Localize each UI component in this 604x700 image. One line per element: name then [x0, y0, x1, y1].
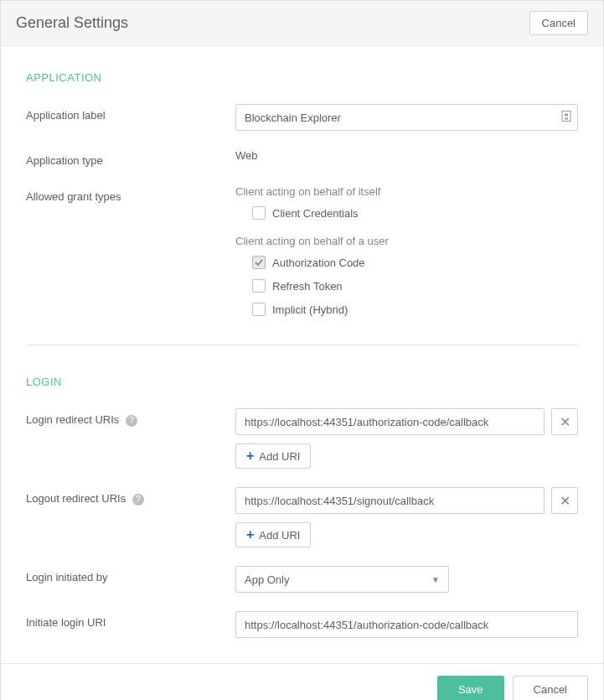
- close-icon: ✕: [560, 414, 570, 430]
- row-grant-types: Allowed grant types Client acting on beh…: [26, 185, 578, 326]
- svg-rect-2: [565, 118, 568, 120]
- svg-rect-1: [565, 114, 568, 117]
- application-label-input[interactable]: [235, 104, 578, 131]
- application-type-value: Web: [235, 149, 578, 162]
- grant-group-self: Client acting on behalf of itself: [235, 185, 578, 198]
- field-label: Allowed grant types: [26, 185, 235, 203]
- field-label: Application type: [26, 149, 235, 167]
- save-button[interactable]: Save: [437, 676, 504, 700]
- field-label: Logout redirect URIs ?: [26, 487, 235, 506]
- add-login-uri-button[interactable]: + Add URI: [235, 443, 311, 469]
- row-application-label: Application label: [26, 104, 578, 131]
- checkbox-unchecked-icon: [252, 303, 266, 316]
- page-title: General Settings: [16, 14, 128, 32]
- cancel-button-header[interactable]: Cancel: [529, 11, 588, 35]
- login-initiated-by-select[interactable]: App Only ▼: [235, 566, 449, 593]
- panel-body: APPLICATION Application label Applicatio…: [1, 46, 603, 663]
- cancel-button-footer[interactable]: Cancel: [513, 676, 588, 700]
- row-application-type: Application type Web: [26, 149, 578, 167]
- checkbox-unchecked-icon: [252, 206, 266, 220]
- field-label: Application label: [26, 104, 235, 122]
- row-login-redirect: Login redirect URIs ? ✕ + Add URI: [26, 408, 578, 469]
- checkbox-unchecked-icon: [252, 279, 266, 293]
- checkbox-checked-icon: [252, 256, 266, 269]
- grant-client-credentials[interactable]: Client Credentials: [235, 206, 578, 220]
- autofill-icon: [561, 111, 571, 125]
- field-label: Login initiated by: [26, 566, 235, 583]
- row-initiate-login-uri: Initiate login URI: [26, 611, 578, 638]
- grant-label: Implicit (Hybrid): [272, 303, 348, 316]
- grant-label: Client Credentials: [272, 207, 359, 220]
- remove-uri-button[interactable]: ✕: [551, 487, 578, 514]
- grant-implicit[interactable]: Implicit (Hybrid): [235, 303, 578, 316]
- grant-label: Authorization Code: [272, 257, 365, 269]
- row-login-initiated-by: Login initiated by App Only ▼: [26, 566, 578, 593]
- grant-label: Refresh Token: [272, 280, 343, 293]
- grant-group-user: Client acting on behalf of a user: [235, 235, 578, 247]
- section-title-login: LOGIN: [26, 376, 578, 388]
- panel-header: General Settings Cancel: [1, 1, 603, 46]
- select-value: App Only: [245, 573, 289, 586]
- grant-authorization-code[interactable]: Authorization Code: [235, 256, 578, 269]
- plus-icon: +: [246, 528, 254, 542]
- section-title-application: APPLICATION: [26, 71, 578, 84]
- help-icon[interactable]: ?: [126, 415, 137, 427]
- field-label: Login redirect URIs ?: [26, 408, 235, 427]
- logout-redirect-uri-input[interactable]: [235, 487, 545, 514]
- initiate-login-uri-input[interactable]: [235, 611, 578, 638]
- add-logout-uri-button[interactable]: + Add URI: [235, 522, 311, 547]
- login-redirect-uri-input[interactable]: [235, 408, 545, 435]
- help-icon[interactable]: ?: [132, 494, 144, 506]
- remove-uri-button[interactable]: ✕: [551, 408, 578, 435]
- row-logout-redirect: Logout redirect URIs ? ✕ + Add URI: [26, 487, 578, 547]
- general-settings-panel: General Settings Cancel APPLICATION Appl…: [0, 0, 604, 700]
- grant-refresh-token[interactable]: Refresh Token: [235, 279, 578, 293]
- field-label: Initiate login URI: [26, 611, 235, 629]
- section-divider: [26, 345, 578, 345]
- close-icon: ✕: [560, 493, 570, 509]
- plus-icon: +: [246, 449, 254, 463]
- panel-footer: Save Cancel: [1, 663, 603, 700]
- chevron-down-icon: ▼: [431, 575, 440, 584]
